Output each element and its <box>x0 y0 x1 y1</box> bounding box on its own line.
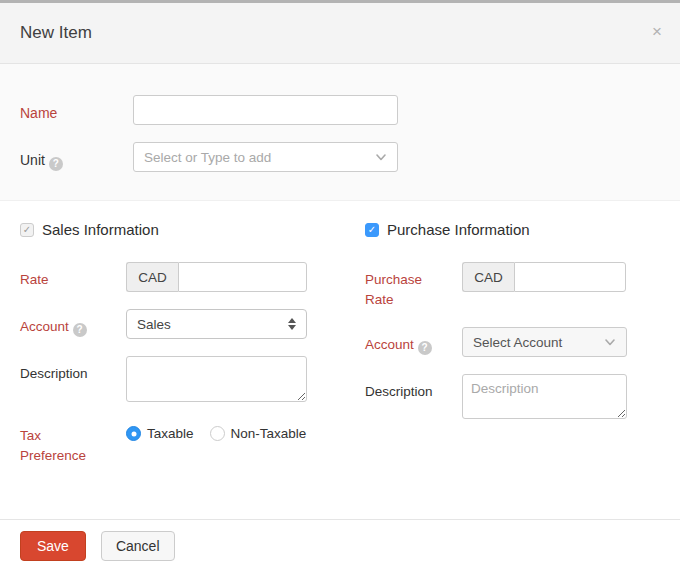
non-taxable-radio-option[interactable]: Non-Taxable <box>210 426 307 441</box>
purchase-section-header: Purchase Information <box>365 221 660 238</box>
purchase-description-textarea[interactable] <box>462 374 627 419</box>
sales-rate-group: CAD <box>126 262 307 292</box>
sales-section-header: Sales Information <box>20 221 342 238</box>
purchase-account-label-text: Account <box>365 337 414 352</box>
sales-description-textarea[interactable] <box>126 356 307 402</box>
purchase-column: Purchase Information Purchase Rate CAD A… <box>365 221 660 466</box>
sales-checkbox <box>20 223 34 237</box>
purchase-account-dropdown[interactable]: Select Account <box>462 327 627 357</box>
purchase-checkbox[interactable] <box>365 223 379 237</box>
purchase-currency-prefix: CAD <box>462 262 514 292</box>
sales-rate-label: Rate <box>20 262 106 290</box>
taxable-radio-option[interactable]: Taxable <box>126 426 194 441</box>
purchase-rate-group: CAD <box>462 262 626 292</box>
purchase-section-label: Purchase Information <box>387 221 530 238</box>
non-taxable-radio-icon <box>210 426 225 441</box>
name-input[interactable] <box>133 95 398 125</box>
tax-preference-label: Tax Preference <box>20 419 106 466</box>
page-title: New Item <box>20 23 92 43</box>
sales-account-select[interactable]: Sales <box>126 309 307 339</box>
purchase-rate-input[interactable] <box>514 262 626 292</box>
purchase-account-row: Account ? Select Account <box>365 327 660 357</box>
sales-account-label: Account ? <box>20 309 106 337</box>
purchase-description-row: Description <box>365 374 660 419</box>
sales-rate-input[interactable] <box>178 262 307 292</box>
purchase-account-label: Account ? <box>365 327 437 355</box>
save-button[interactable]: Save <box>20 531 86 561</box>
sales-account-selected-value: Sales <box>137 317 288 332</box>
unit-dropdown-placeholder: Select or Type to add <box>144 150 375 165</box>
purchase-rate-label: Purchase Rate <box>365 262 437 310</box>
select-spinner-icon <box>288 318 296 330</box>
name-label: Name <box>20 95 113 123</box>
sales-account-label-text: Account <box>20 319 69 334</box>
unit-label: Unit ? <box>20 142 113 171</box>
purchase-account-placeholder: Select Account <box>473 335 604 350</box>
non-taxable-radio-label: Non-Taxable <box>231 426 307 441</box>
tax-preference-options: Taxable Non-Taxable <box>126 419 322 441</box>
unit-dropdown[interactable]: Select or Type to add <box>133 142 398 172</box>
tax-preference-row: Tax Preference Taxable Non-Taxable <box>20 419 342 466</box>
modal-footer: Save Cancel <box>0 519 680 572</box>
sales-column: Sales Information Rate CAD Account ? Sal… <box>20 221 342 466</box>
close-icon[interactable]: × <box>652 23 662 40</box>
taxable-radio-icon <box>126 426 141 441</box>
taxable-radio-label: Taxable <box>147 426 194 441</box>
chevron-down-icon <box>604 336 616 348</box>
unit-row: Unit ? Select or Type to add <box>20 142 660 172</box>
name-row: Name <box>20 95 660 125</box>
sales-section-label: Sales Information <box>42 221 159 238</box>
unit-help-icon[interactable]: ? <box>49 157 63 171</box>
chevron-down-icon <box>375 151 387 163</box>
sales-description-label: Description <box>20 356 106 384</box>
item-info-columns: Sales Information Rate CAD Account ? Sal… <box>0 201 680 466</box>
purchase-description-label: Description <box>365 374 437 402</box>
modal-header: New Item × <box>0 3 680 64</box>
general-section: Name Unit ? Select or Type to add <box>0 64 680 201</box>
sales-description-row: Description <box>20 356 342 402</box>
sales-account-row: Account ? Sales <box>20 309 342 339</box>
sales-rate-row: Rate CAD <box>20 262 342 292</box>
cancel-button[interactable]: Cancel <box>101 531 175 561</box>
purchase-rate-row: Purchase Rate CAD <box>365 262 660 310</box>
purchase-account-help-icon[interactable]: ? <box>418 341 432 355</box>
sales-account-help-icon[interactable]: ? <box>73 323 87 337</box>
unit-label-text: Unit <box>20 152 45 168</box>
sales-currency-prefix: CAD <box>126 262 178 292</box>
